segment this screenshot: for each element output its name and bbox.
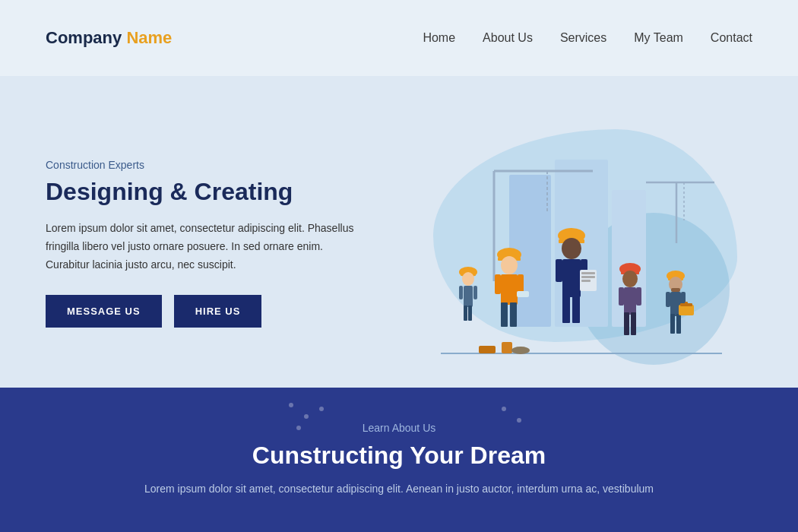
svg-rect-43 [631,312,636,335]
svg-rect-51 [670,314,675,334]
hero-section: Construction Experts Designing & Creatin… [0,76,798,388]
svg-rect-21 [501,302,508,327]
decorative-dot-1 [289,403,293,407]
svg-rect-53 [666,292,670,307]
svg-rect-32 [556,259,562,282]
decorative-dot-4 [319,407,324,411]
svg-rect-42 [624,312,629,335]
svg-rect-55 [679,305,694,315]
svg-rect-49 [671,288,680,292]
hero-body: Lorem ipsum dolor sit amet, consectetur … [46,220,365,274]
svg-rect-60 [502,342,512,353]
svg-rect-12 [464,286,473,307]
svg-rect-41 [624,287,636,315]
hero-illustration [365,99,752,388]
nav-services[interactable]: Services [560,31,606,45]
svg-point-40 [622,271,638,287]
logo-company-text: Company [46,28,122,47]
svg-point-28 [562,238,581,259]
svg-point-61 [511,347,530,354]
svg-rect-35 [581,272,595,274]
bottom-body: Lorem ipsum dolor sit amet, consectetur … [144,480,654,497]
hire-us-button[interactable]: HIRE US [174,295,262,328]
svg-point-19 [501,256,518,274]
svg-rect-44 [619,287,624,306]
nav-team[interactable]: My Team [634,31,683,45]
hero-title: Designing & Creating [46,177,365,206]
decorative-dot-2 [304,414,309,419]
svg-point-11 [462,272,474,286]
svg-rect-29 [562,259,581,297]
decorative-dot-3 [296,426,301,430]
nav-home[interactable]: Home [423,31,455,45]
bottom-title: Cunstructing Your Dream [252,442,546,470]
svg-rect-57 [685,302,688,306]
svg-rect-15 [459,286,463,299]
svg-rect-14 [468,306,472,321]
svg-rect-31 [572,294,580,323]
hero-tag: Construction Experts [46,159,365,171]
svg-rect-59 [479,346,496,353]
svg-rect-13 [464,306,467,321]
svg-rect-25 [517,291,529,297]
svg-rect-30 [562,294,570,323]
nav-contact[interactable]: Contact [711,31,752,45]
svg-rect-16 [473,286,477,299]
hero-buttons: MESSAGE US HIRE US [46,295,365,328]
svg-rect-22 [510,302,517,327]
decorative-dot-5 [502,407,506,411]
logo-name-text: Name [126,28,172,47]
svg-rect-52 [676,314,681,334]
svg-rect-45 [636,287,641,306]
svg-rect-20 [501,274,518,305]
logo: Company Name [46,28,172,48]
svg-rect-36 [581,276,595,278]
svg-rect-37 [581,280,591,282]
header: Company Name Home About Us Services My T… [0,0,798,76]
bottom-tag: Learn About Us [363,422,436,434]
hero-left-content: Construction Experts Designing & Creatin… [46,159,365,328]
svg-rect-23 [495,274,501,294]
decorative-dot-6 [517,418,521,423]
nav-about[interactable]: About Us [483,31,533,45]
message-us-button[interactable]: MESSAGE US [46,295,162,328]
workers-illustration [395,129,722,388]
navigation: Home About Us Services My Team Contact [423,31,752,45]
bottom-section: Learn About Us Cunstructing Your Dream L… [0,388,798,532]
